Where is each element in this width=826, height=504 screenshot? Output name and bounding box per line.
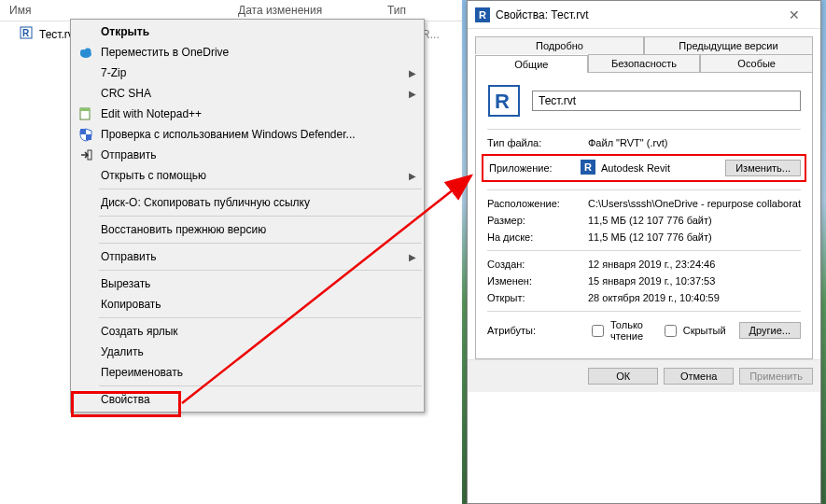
revit-file-icon: R	[19, 25, 34, 43]
created-value: 12 января 2019 г., 23:24:46	[588, 259, 801, 270]
revit-app-icon: R	[475, 7, 490, 22]
change-app-button[interactable]: Изменить...	[725, 160, 801, 176]
svg-text:R: R	[584, 161, 592, 173]
attrs-label: Атрибуты:	[487, 325, 588, 336]
chevron-right-icon: ▶	[409, 89, 416, 99]
disk-label: На диске:	[487, 231, 588, 243]
separator	[99, 189, 422, 189]
separator	[99, 216, 422, 217]
ctx-delete[interactable]: Удалить	[73, 342, 422, 362]
location-value: C:\Users\sssh\OneDrive - repurpose colla…	[588, 198, 801, 209]
revit-small-icon: R	[581, 160, 595, 176]
separator	[99, 270, 422, 271]
tab-special[interactable]: Особые	[700, 54, 813, 72]
separator	[99, 243, 422, 244]
chevron-right-icon: ▶	[409, 252, 416, 262]
modified-value: 15 января 2019 г., 10:37:53	[588, 275, 801, 287]
revit-large-icon: R	[487, 84, 521, 118]
size-label: Размер:	[487, 215, 588, 226]
opened-value: 28 октября 2019 г., 10:40:59	[588, 292, 801, 303]
ctx-defender[interactable]: Проверка с использованием Windows Defend…	[73, 124, 422, 145]
col-date[interactable]: Дата изменения	[229, 0, 378, 21]
tab-security[interactable]: Безопасность	[588, 54, 701, 72]
ctx-7zip[interactable]: 7-Zip▶	[73, 63, 422, 83]
ctx-rename[interactable]: Переименовать	[73, 362, 422, 383]
filetype-value: Файл "RVT" (.rvt)	[588, 137, 801, 148]
size-value: 11,5 МБ (12 107 776 байт)	[588, 215, 801, 226]
app-value: Autodesk Revit	[601, 162, 670, 174]
readonly-checkbox[interactable]: Только чтение	[588, 319, 648, 342]
separator	[99, 317, 422, 318]
ctx-cut[interactable]: Вырезать	[73, 273, 422, 294]
location-label: Расположение:	[487, 198, 588, 209]
ctx-crcsha[interactable]: CRC SHA▶	[73, 83, 422, 104]
svg-text:R: R	[479, 9, 486, 21]
ctx-open[interactable]: Открыть	[73, 21, 422, 42]
other-attrs-button[interactable]: Другие...	[739, 322, 801, 339]
chevron-right-icon: ▶	[409, 171, 416, 181]
dialog-titlebar[interactable]: R Свойства: Тест.rvt ✕	[468, 1, 820, 29]
svg-rect-6	[80, 108, 90, 111]
ctx-copy[interactable]: Копировать	[73, 294, 422, 315]
ctx-onedrive[interactable]: Переместить в OneDrive	[73, 42, 422, 63]
col-type[interactable]: Тип	[378, 0, 462, 21]
ok-button[interactable]: ОК	[588, 368, 658, 385]
ctx-notepad[interactable]: Edit with Notepad++	[73, 104, 422, 124]
share-icon	[78, 147, 93, 162]
tab-general[interactable]: Общие	[475, 55, 588, 73]
ctx-share[interactable]: Отправить	[73, 145, 422, 165]
created-label: Создан:	[487, 259, 588, 270]
chevron-right-icon: ▶	[409, 68, 416, 78]
svg-text:R: R	[22, 28, 30, 38]
context-menu: Открыть Переместить в OneDrive 7-Zip▶ CR…	[70, 19, 425, 413]
ctx-openwith[interactable]: Открыть с помощью▶	[73, 165, 422, 186]
disk-value: 11,5 МБ (12 107 776 байт)	[588, 231, 801, 243]
properties-dialog: R Свойства: Тест.rvt ✕ Подробно Предыдущ…	[467, 0, 821, 504]
hidden-checkbox[interactable]: Скрытый	[661, 322, 726, 340]
ctx-properties[interactable]: Свойства	[73, 389, 422, 410]
tab-general-body: R Тип файла: Файл "RVT" (.rvt) Приложени…	[475, 72, 813, 359]
close-button[interactable]: ✕	[776, 7, 813, 22]
filetype-label: Тип файла:	[487, 137, 588, 148]
opened-label: Открыт:	[487, 292, 588, 303]
annotation-highlight-app: Приложение: R Autodesk Revit Изменить...	[482, 154, 806, 182]
separator	[99, 385, 422, 386]
cloud-icon	[78, 45, 93, 60]
ctx-disko[interactable]: Диск-O: Скопировать публичную ссылку	[73, 192, 422, 213]
shield-icon	[78, 127, 93, 142]
svg-rect-7	[80, 129, 86, 134]
apply-button[interactable]: Применить	[739, 368, 813, 385]
ctx-restore[interactable]: Восстановить прежнюю версию	[73, 219, 422, 240]
svg-point-4	[85, 49, 91, 55]
filename-input[interactable]	[532, 91, 801, 111]
dialog-buttons: ОК Отмена Применить	[468, 359, 820, 392]
tabs: Подробно Предыдущие версии Общие Безопас…	[468, 29, 820, 359]
tab-details[interactable]: Подробно	[475, 36, 644, 54]
dialog-title: Свойства: Тест.rvt	[496, 8, 589, 21]
notepad-icon	[78, 106, 93, 121]
col-name[interactable]: Имя	[0, 0, 229, 21]
cancel-button[interactable]: Отмена	[664, 368, 734, 385]
svg-text:R: R	[495, 90, 510, 113]
ctx-shortcut[interactable]: Создать ярлык	[73, 321, 422, 342]
tab-previous-versions[interactable]: Предыдущие версии	[644, 36, 813, 54]
ctx-sendto[interactable]: Отправить▶	[73, 246, 422, 267]
svg-rect-8	[86, 134, 91, 140]
modified-label: Изменен:	[487, 275, 588, 287]
app-label: Приложение:	[487, 162, 581, 174]
